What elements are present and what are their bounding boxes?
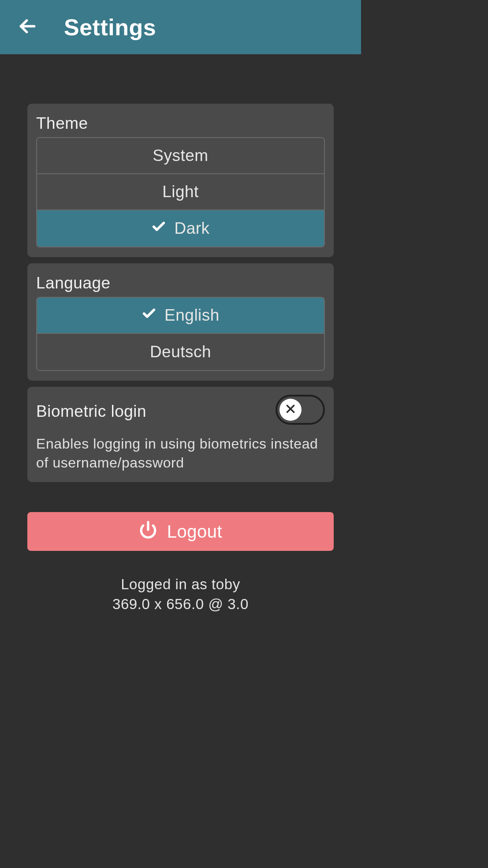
theme-option-label: Light [162,183,199,201]
biometric-toggle[interactable] [276,395,325,425]
theme-option-system[interactable]: System [37,138,324,174]
language-options: English Deutsch [36,297,325,371]
logout-button[interactable]: Logout [27,512,334,551]
biometric-title: Biometric login [36,399,146,421]
language-option-deutsch[interactable]: Deutsch [37,334,324,370]
toggle-knob [279,399,302,421]
close-icon [285,403,296,416]
language-option-label: English [164,306,220,325]
theme-card: Theme System Light Dark [27,104,334,257]
language-title: Language [36,271,325,297]
back-button[interactable] [18,16,37,38]
check-icon [151,219,166,238]
language-option-label: Deutsch [150,343,211,361]
header-bar: Settings [0,0,361,54]
theme-option-dark[interactable]: Dark [37,210,324,247]
check-icon [142,306,156,325]
theme-option-label: Dark [174,219,209,238]
theme-title: Theme [36,112,325,137]
footer-status: Logged in as toby 369.0 x 656.0 @ 3.0 [27,575,334,614]
theme-option-label: System [153,146,208,165]
screen-dimensions: 369.0 x 656.0 @ 3.0 [27,595,334,614]
language-card: Language English Deutsch [27,263,334,381]
power-icon [139,520,157,543]
page-title: Settings [64,14,156,41]
language-option-english[interactable]: English [37,298,324,334]
theme-option-light[interactable]: Light [37,174,324,210]
logged-in-as: Logged in as toby [27,575,334,595]
logout-label: Logout [167,522,222,542]
theme-options: System Light Dark [36,137,325,247]
biometric-description: Enables logging in using biometrics inst… [36,434,325,472]
biometric-card: Biometric login Enables logging in using… [27,387,334,482]
arrow-left-icon [18,16,37,38]
